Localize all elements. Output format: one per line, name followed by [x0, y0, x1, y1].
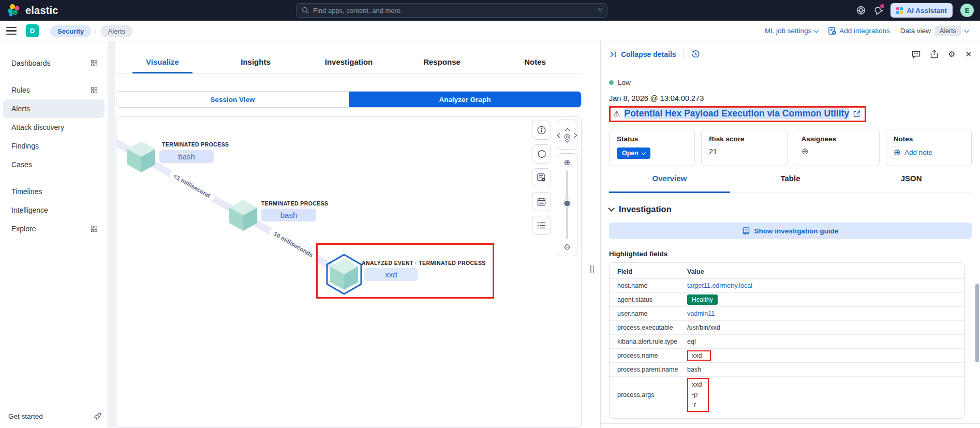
- sidebar-item-explore[interactable]: Explore: [3, 219, 105, 238]
- node-legend-info-button[interactable]: [532, 121, 551, 140]
- ai-assistant-button[interactable]: AI Assistant: [890, 3, 953, 18]
- user-avatar[interactable]: E: [960, 4, 974, 17]
- field-value-link[interactable]: vadmin11: [687, 310, 715, 317]
- breadcrumb-alerts[interactable]: Alerts: [101, 25, 132, 37]
- tab-investigation[interactable]: Investigation: [302, 56, 395, 73]
- chevron-down-icon: [964, 27, 970, 33]
- process-node-type: TERMINATED PROCESS: [261, 200, 329, 206]
- field-name: kibana.alert.rule.type: [610, 338, 687, 345]
- panel-gear-icon: [537, 173, 546, 182]
- tab-notes[interactable]: Notes: [488, 56, 582, 73]
- details-scrollbar[interactable]: [975, 284, 979, 362]
- sidebar-item-attack-discovery[interactable]: Attack discovery: [3, 118, 105, 137]
- tab-insights[interactable]: Insights: [209, 56, 302, 73]
- zoom-slider[interactable]: [566, 170, 568, 239]
- grid-icon: [91, 226, 97, 232]
- field-name: process.parent.name: [610, 366, 687, 373]
- news-feed-icon[interactable]: [873, 6, 883, 15]
- chevron-down-icon: [814, 27, 819, 33]
- risk-score-card: Risk score 21: [701, 129, 787, 166]
- calendar-icon: [537, 197, 546, 206]
- alert-timestamp: Jan 8, 2026 @ 13:04:00.273: [609, 94, 972, 102]
- pan-right-icon[interactable]: [572, 133, 577, 138]
- share-icon[interactable]: [930, 50, 938, 58]
- data-view-selector[interactable]: Data view Alerts: [900, 26, 969, 36]
- close-icon[interactable]: ✕: [965, 50, 972, 59]
- breadcrumb-security[interactable]: Security: [50, 25, 91, 37]
- help-icon[interactable]: [856, 6, 866, 15]
- sidebar-item-alerts[interactable]: Alerts: [3, 99, 105, 118]
- sidebar-item-findings[interactable]: Findings: [3, 137, 105, 155]
- space-badge[interactable]: D: [26, 24, 39, 37]
- alert-rule-title[interactable]: Potential Hex Payload Execution via Comm…: [624, 108, 849, 119]
- sidebar-item-label: Explore: [11, 225, 36, 233]
- severity-label: Low: [618, 79, 631, 86]
- show-investigation-guide-button[interactable]: Show investigation guide: [609, 223, 972, 239]
- process-node-name[interactable]: bash: [159, 150, 214, 163]
- zoom-out-icon[interactable]: ⊖: [564, 242, 571, 252]
- analyzer-graph-panel[interactable]: <1 millisecond 10 milliseconds TERMINATE…: [116, 116, 582, 427]
- panel-resize-handle[interactable]: [590, 265, 594, 273]
- ai-assistant-label: AI Assistant: [907, 7, 947, 14]
- pan-left-icon[interactable]: [557, 133, 562, 138]
- ai-assistant-icon: [896, 7, 903, 14]
- search-shortcut-hint: ^/: [598, 7, 602, 13]
- collapse-panel-icon: [609, 51, 617, 58]
- external-link-icon[interactable]: [853, 110, 860, 117]
- tab-response[interactable]: Response: [395, 56, 488, 73]
- assignees-card: Assignees ⊕: [794, 129, 880, 166]
- add-assignee-icon[interactable]: ⊕: [801, 146, 809, 157]
- zoom-in-icon[interactable]: ⊕: [564, 158, 571, 167]
- process-node-name[interactable]: bash: [261, 209, 316, 222]
- field-name: host.name: [610, 282, 687, 289]
- sidebar-item-intelligence[interactable]: Intelligence: [3, 201, 105, 219]
- session-view-button[interactable]: Session View: [116, 92, 349, 107]
- global-search[interactable]: ^/: [296, 3, 607, 18]
- add-note-button[interactable]: ⊕ Add note: [894, 147, 964, 158]
- sidebar-item-get-started[interactable]: Get started: [8, 412, 101, 420]
- settings-gear-icon[interactable]: ⚙: [948, 49, 955, 59]
- annotation-box-analyzed-event: [316, 243, 494, 299]
- status-dropdown-button[interactable]: Open: [617, 147, 650, 159]
- field-value-link[interactable]: target11.edrmetry.local: [687, 282, 752, 289]
- comment-icon[interactable]: [912, 50, 920, 58]
- add-integrations-link[interactable]: Add integrations: [828, 27, 890, 35]
- table-row: process.executable /usr/bin/xxd: [610, 321, 964, 335]
- sidebar-item-rules[interactable]: Rules: [3, 81, 105, 99]
- date-picker-button[interactable]: [532, 192, 551, 211]
- alert-history-icon[interactable]: [691, 50, 700, 58]
- add-integrations-icon: [828, 27, 836, 35]
- tab-overview[interactable]: Overview: [609, 174, 730, 193]
- elastic-logo[interactable]: elastic: [7, 4, 58, 17]
- tab-visualize[interactable]: Visualize: [116, 56, 209, 73]
- investigation-section-toggle[interactable]: Investigation: [609, 204, 972, 214]
- pan-control[interactable]: ◎: [557, 120, 577, 150]
- table-row: process.name xxd: [610, 349, 964, 363]
- menu-icon[interactable]: [6, 27, 17, 35]
- column-header-value: Value: [687, 268, 704, 275]
- tab-table[interactable]: Table: [730, 174, 851, 193]
- sidebar-item-cases[interactable]: Cases: [3, 155, 105, 174]
- ml-job-settings-link[interactable]: ML job settings: [765, 27, 818, 35]
- source-config-button[interactable]: [532, 168, 551, 187]
- search-input[interactable]: [313, 7, 593, 14]
- event-list-button[interactable]: [532, 216, 551, 235]
- data-view-value-badge: Alerts: [935, 26, 961, 36]
- tab-json[interactable]: JSON: [851, 174, 972, 193]
- sidebar-item-timelines[interactable]: Timelines: [3, 182, 105, 201]
- analyzer-graph-button[interactable]: Analyzer Graph: [349, 92, 581, 107]
- zoom-slider-thumb[interactable]: [563, 199, 571, 207]
- process-node-type: TERMINATED PROCESS: [162, 141, 229, 147]
- schema-hexagon-button[interactable]: [532, 144, 551, 164]
- hexagon-icon: [538, 150, 546, 158]
- top-bar: elastic ^/: [0, 0, 980, 21]
- plus-circle-icon: ⊕: [894, 147, 901, 158]
- process-node-cube[interactable]: [229, 200, 257, 231]
- sidebar-item-dashboards[interactable]: Dashboards: [3, 54, 105, 72]
- process-node-cube[interactable]: [127, 141, 155, 172]
- notes-label: Notes: [894, 135, 964, 143]
- collapse-details-button[interactable]: Collapse details: [609, 50, 676, 58]
- risk-score-value: 21: [709, 147, 779, 156]
- field-name: user.name: [610, 310, 687, 317]
- divider: [684, 49, 684, 60]
